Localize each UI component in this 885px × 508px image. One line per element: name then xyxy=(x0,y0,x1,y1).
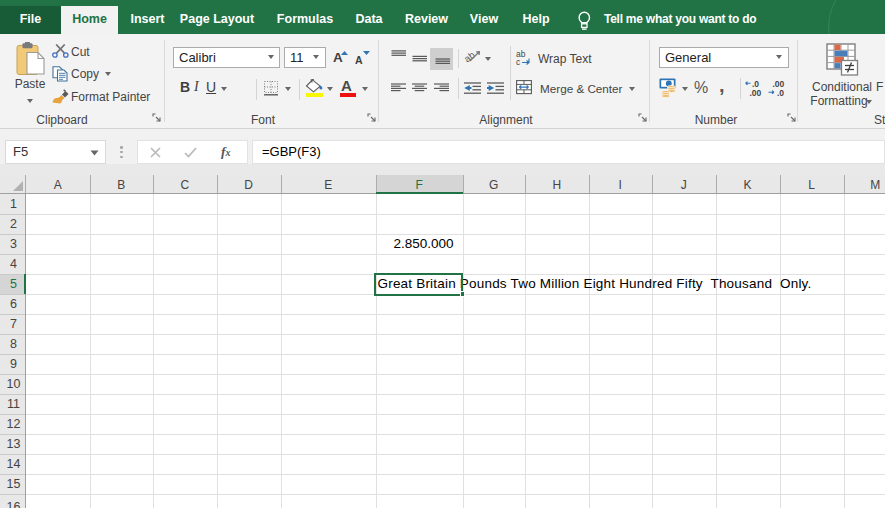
svg-text:.0: .0 xyxy=(777,88,784,97)
svg-text:.00: .00 xyxy=(750,88,762,97)
